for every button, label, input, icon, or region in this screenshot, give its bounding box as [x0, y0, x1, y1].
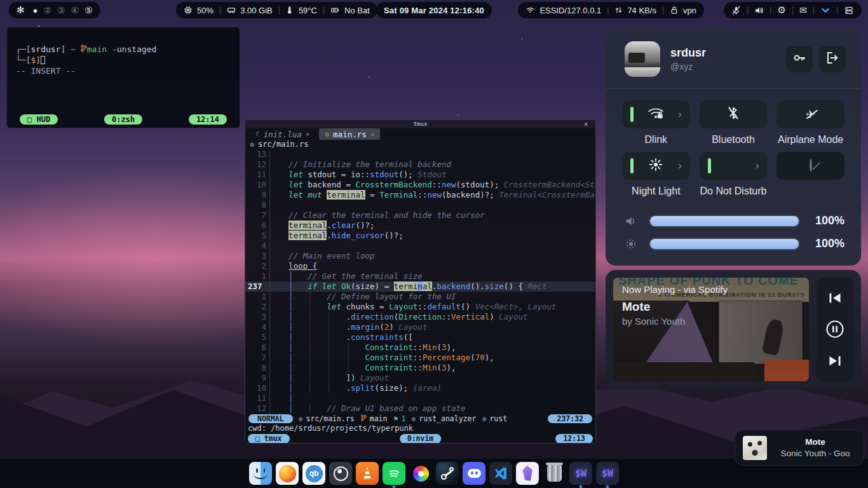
code-token: Min — [423, 363, 437, 372]
dock-item-trash[interactable] — [543, 462, 566, 485]
brightness-icon — [625, 238, 637, 250]
separator: | — [219, 6, 221, 15]
dock-item-vlc[interactable] — [356, 462, 379, 485]
editor-window[interactable]: tmux x ☾init.lua×⚙main.rs× ⚙ src/main.rs… — [245, 119, 596, 444]
code-token: // Initialize the terminal backend — [288, 159, 451, 169]
toggle-empty[interactable] — [776, 152, 844, 180]
code-area[interactable]: 13 12 // Initialize the terminal backend… — [245, 149, 595, 414]
toggle-night-light[interactable]: › — [622, 152, 690, 180]
code-token: Layout — [499, 312, 527, 322]
user-handle: @xyz — [670, 62, 706, 72]
dock-item-qbittorrent[interactable]: qb — [302, 462, 325, 485]
code-token: stdout — [370, 170, 398, 179]
slider-fill — [650, 239, 799, 249]
dock-item-vscode[interactable] — [489, 462, 512, 485]
rust-file-icon: ⚙ — [325, 130, 329, 139]
tab-close-icon[interactable]: × — [370, 130, 375, 139]
tray-inbox-icon[interactable]: ✉ — [799, 5, 807, 15]
chevron-right-icon[interactable]: › — [678, 109, 681, 119]
code-line: 8 — [245, 200, 595, 210]
dock-item-file-manager[interactable] — [249, 462, 272, 485]
dock-item-spotify[interactable] — [383, 462, 405, 485]
code-text: let stdout = io::stdout(); Stdout — [266, 170, 446, 180]
code-line: 10 │ │ │ .split(size); (area) — [245, 383, 595, 393]
buffer-tab-main.rs[interactable]: ⚙main.rs× — [319, 128, 380, 140]
code-token: default — [427, 302, 461, 311]
dock-item-obsidian[interactable] — [516, 462, 539, 485]
code-token: . — [327, 231, 332, 240]
line-number: 8 — [245, 363, 266, 373]
dock-item-photos[interactable] — [409, 462, 432, 485]
prompt-path: ~ — [71, 44, 81, 54]
toggle-airplane-mode[interactable]: ✈ — [776, 100, 844, 128]
code-token: let — [288, 170, 303, 179]
tab-close-icon[interactable]: × — [306, 130, 310, 139]
bluetooth-off-icon — [726, 105, 740, 123]
code-token: ( — [470, 353, 475, 362]
code-token: direction — [351, 312, 394, 322]
chevron-right-icon[interactable]: › — [678, 161, 681, 171]
pause-button[interactable] — [825, 320, 844, 339]
workspace-1[interactable]: ● — [33, 6, 38, 15]
toggle-dlink[interactable]: › — [622, 100, 690, 128]
media-controls — [817, 278, 853, 381]
network-value: ESSID/127.0.0.1 — [539, 6, 601, 15]
launcher-icon[interactable]: ✻ — [17, 4, 25, 16]
tmux-clock-badge: 12:13 — [555, 434, 593, 444]
volume-slider[interactable] — [649, 215, 800, 227]
toggle-bluetooth[interactable] — [700, 100, 768, 128]
terminal-window[interactable]: ┌─[srdusr] ~ main -unstaged └─[$] -- INS… — [6, 27, 240, 128]
mic-muted-icon[interactable] — [731, 6, 741, 15]
workspace-2[interactable]: ② — [43, 5, 51, 15]
code-token: ) — [489, 312, 499, 322]
code-text: // Initialize the terminal backend — [266, 159, 451, 170]
logout-button[interactable] — [819, 46, 846, 72]
tmux-window-badge[interactable]: 0:nvim — [400, 434, 442, 444]
next-track-button[interactable] — [828, 355, 842, 367]
volume-icon[interactable] — [754, 6, 764, 15]
dock-item-obs[interactable] — [329, 462, 352, 485]
lsp-gear-icon: ⚙ — [412, 416, 416, 423]
brightness-slider[interactable] — [649, 238, 800, 250]
code-token: ()?; — [384, 231, 403, 240]
dock-item-steam[interactable] — [436, 462, 459, 485]
chevron-right-icon[interactable]: › — [756, 161, 759, 171]
code-token: // Main event loop — [288, 251, 374, 261]
workspace-3[interactable]: ③ — [57, 5, 65, 15]
code-token: split — [351, 383, 375, 393]
code-line: 11 let stdout = io::stdout(); Stdout — [245, 170, 595, 180]
separator: | — [278, 6, 280, 15]
dock-item-discord[interactable] — [463, 462, 485, 485]
chevron-down-icon[interactable] — [820, 6, 831, 15]
dock-item-sw-app-2[interactable]: $W — [596, 462, 619, 485]
code-token: Terminal — [379, 190, 417, 200]
workspace-4[interactable]: ④ — [71, 5, 79, 15]
lock-keys-button[interactable] — [786, 46, 813, 72]
blocked-icon — [810, 160, 812, 172]
notification-toast[interactable]: Mote Sonic Youth - Goo — [735, 430, 864, 466]
code-token: Terminal<CrosstermBacken — [499, 190, 596, 200]
code-token: size — [485, 281, 504, 291]
code-token: 3 — [442, 342, 447, 352]
window-close-button[interactable]: x — [585, 120, 588, 128]
indent-guide: │ — [308, 363, 327, 372]
separator: | — [770, 6, 771, 15]
system-icon[interactable] — [844, 6, 854, 15]
toggle-label: Airplane Mode — [778, 134, 843, 152]
search-highlight: al — [423, 281, 432, 291]
dock-item-firefox[interactable] — [276, 462, 299, 485]
code-token: backend = — [303, 180, 356, 189]
tmux-session-badge[interactable]: □ tmux — [248, 434, 290, 444]
notification-body: Sonic Youth - Goo — [775, 449, 856, 458]
code-token: new — [427, 190, 442, 200]
toggle-do-not-disturb[interactable]: › — [700, 152, 768, 180]
dock-item-sw-app-1[interactable]: $W — [569, 462, 592, 485]
previous-track-button[interactable] — [828, 292, 842, 304]
gear-icon[interactable]: ⚙ — [777, 4, 785, 16]
code-token: Layout — [360, 373, 389, 383]
buffer-tab-init.lua[interactable]: ☾init.lua× — [250, 128, 315, 140]
workspace-5[interactable]: ⑤ — [85, 5, 93, 15]
winbar-path: src/main.rs — [258, 140, 308, 149]
speaker-icon — [625, 215, 637, 227]
indent-guide: │ — [308, 302, 327, 311]
